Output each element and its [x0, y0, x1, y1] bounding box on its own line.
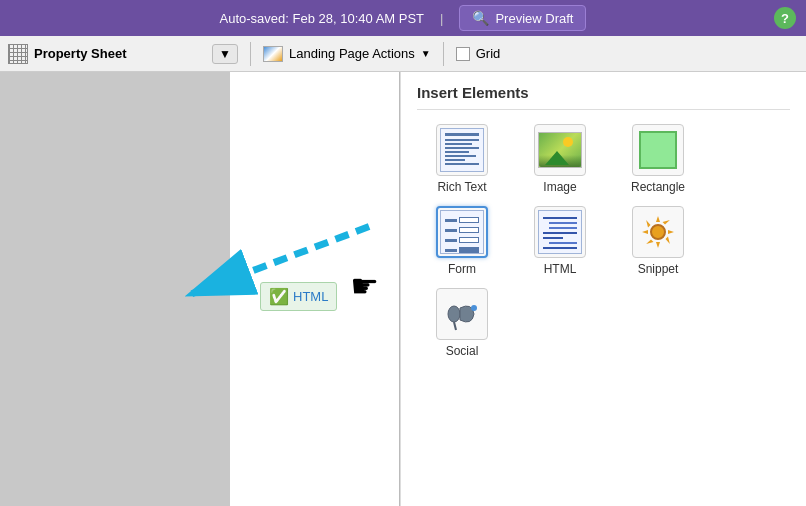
- autosave-text: Auto-saved: Feb 28, 10:40 AM PST: [220, 11, 425, 26]
- snippet-icon: [636, 210, 680, 254]
- svg-point-3: [448, 306, 460, 322]
- image-icon-box: [534, 124, 586, 176]
- main-area: ✅ HTML ☚ Insert Elements: [0, 72, 806, 506]
- grid-checkbox[interactable]: [456, 47, 470, 61]
- form-row-2: [445, 227, 479, 233]
- element-html[interactable]: HTML: [515, 206, 605, 276]
- check-icon: ✅: [269, 287, 289, 306]
- form-icon-box: [436, 206, 488, 258]
- magnifier-icon: 🔍: [472, 10, 489, 26]
- grid-section: Grid: [456, 46, 501, 61]
- form-row-1: [445, 217, 479, 223]
- help-button[interactable]: ?: [774, 7, 796, 29]
- social-label: Social: [446, 344, 479, 358]
- snippet-label: Snippet: [638, 262, 679, 276]
- preview-draft-button[interactable]: 🔍 Preview Draft: [459, 5, 586, 31]
- rich-text-lines: [445, 139, 479, 165]
- social-icon-box: [436, 288, 488, 340]
- html-element-label: HTML: [544, 262, 577, 276]
- top-divider: |: [440, 11, 443, 26]
- insert-elements-title: Insert Elements: [417, 84, 790, 110]
- property-sheet-label: Property Sheet: [34, 46, 126, 61]
- rectangle-icon: [639, 131, 677, 169]
- rich-text-label: Rich Text: [437, 180, 486, 194]
- right-panel: Insert Elements: [400, 72, 806, 506]
- landing-caret-icon: ▼: [421, 48, 431, 59]
- canvas-area: ✅ HTML ☚: [230, 72, 399, 506]
- left-panel: ✅ HTML ☚: [0, 72, 400, 506]
- html-dropped-label: ✅ HTML: [260, 282, 337, 311]
- mountain-decoration: [545, 151, 569, 165]
- landing-actions-section: Landing Page Actions ▼: [263, 46, 431, 62]
- html-lines: [543, 217, 577, 249]
- landing-page-icon: [263, 46, 283, 62]
- form-row-3: [445, 237, 479, 243]
- bar-divider-2: [443, 42, 444, 66]
- grid-label: Grid: [476, 46, 501, 61]
- html-icon-box: [534, 206, 586, 258]
- element-image[interactable]: Image: [515, 124, 605, 194]
- svg-line-4: [454, 322, 456, 330]
- form-row-4: [445, 247, 479, 253]
- preview-label: Preview Draft: [495, 11, 573, 26]
- help-label: ?: [781, 11, 789, 26]
- property-sheet-icon: [8, 44, 28, 64]
- element-rich-text[interactable]: Rich Text: [417, 124, 507, 194]
- element-form[interactable]: Form: [417, 206, 507, 276]
- form-rows: [445, 217, 479, 253]
- html-canvas-label: HTML: [293, 289, 328, 304]
- second-bar: Property Sheet ▼ Landing Page Actions ▼ …: [0, 36, 806, 72]
- form-icon: [440, 210, 484, 254]
- rectangle-label: Rectangle: [631, 180, 685, 194]
- form-label: Form: [448, 262, 476, 276]
- landing-actions-label: Landing Page Actions: [289, 46, 415, 61]
- element-snippet[interactable]: Snippet: [613, 206, 703, 276]
- bar-divider: [250, 42, 251, 66]
- top-bar: Auto-saved: Feb 28, 10:40 AM PST | 🔍 Pre…: [0, 0, 806, 36]
- element-social[interactable]: Social: [417, 288, 507, 358]
- sun-decoration: [563, 137, 573, 147]
- cursor-hand-icon: ☚: [350, 267, 379, 305]
- image-label: Image: [543, 180, 576, 194]
- rectangle-icon-box: [632, 124, 684, 176]
- html-icon: [538, 210, 582, 254]
- svg-point-5: [471, 305, 477, 311]
- snippet-icon-box: [632, 206, 684, 258]
- rich-text-icon-box: [436, 124, 488, 176]
- image-icon: [538, 132, 582, 168]
- svg-point-2: [651, 225, 665, 239]
- social-icon: [440, 292, 484, 336]
- elements-grid: Rich Text Image Rectangle: [417, 124, 790, 358]
- property-sheet-dropdown[interactable]: ▼: [212, 44, 238, 64]
- element-rectangle[interactable]: Rectangle: [613, 124, 703, 194]
- property-sheet-section: Property Sheet ▼: [8, 44, 238, 64]
- rich-text-icon: [440, 128, 484, 172]
